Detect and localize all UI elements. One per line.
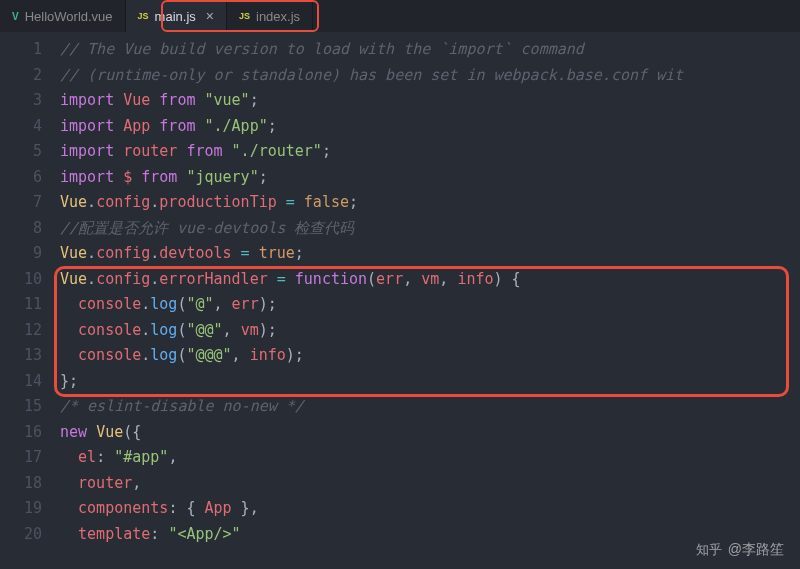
line-number: 14 bbox=[0, 369, 60, 395]
line-number: 3 bbox=[0, 88, 60, 114]
code-line: Vue.config.productionTip = false; bbox=[60, 190, 800, 216]
line-number: 19 bbox=[0, 496, 60, 522]
code-line: template: "<App/>" bbox=[60, 522, 800, 548]
code-line: components: { App }, bbox=[60, 496, 800, 522]
code-line: // (runtime-only or standalone) has been… bbox=[60, 63, 800, 89]
code-line: //配置是否允许 vue-devtools 检查代码 bbox=[60, 216, 800, 242]
line-number: 6 bbox=[0, 165, 60, 191]
watermark-author: @李路笙 bbox=[728, 541, 784, 559]
code-line: // The Vue build version to load with th… bbox=[60, 37, 800, 63]
line-number: 12 bbox=[0, 318, 60, 344]
tab-indexjs[interactable]: JS index.js bbox=[227, 0, 313, 32]
line-number-gutter: 1 2 3 4 5 6 7 8 9 10 11 12 13 14 15 16 1… bbox=[0, 32, 60, 569]
code-line: Vue.config.errorHandler = function(err, … bbox=[60, 267, 800, 293]
tab-label: HelloWorld.vue bbox=[25, 9, 113, 24]
tab-label: index.js bbox=[256, 9, 300, 24]
line-number: 16 bbox=[0, 420, 60, 446]
line-number: 8 bbox=[0, 216, 60, 242]
code-line: new Vue({ bbox=[60, 420, 800, 446]
line-number: 9 bbox=[0, 241, 60, 267]
tab-helloworld[interactable]: V HelloWorld.vue bbox=[0, 0, 126, 32]
code-line: import $ from "jquery"; bbox=[60, 165, 800, 191]
line-number: 2 bbox=[0, 63, 60, 89]
line-number: 5 bbox=[0, 139, 60, 165]
vue-icon: V bbox=[12, 11, 19, 22]
tab-mainjs[interactable]: JS main.js × bbox=[126, 0, 227, 32]
line-number: 4 bbox=[0, 114, 60, 140]
code-line: /* eslint-disable no-new */ bbox=[60, 394, 800, 420]
zhihu-icon: 知乎 bbox=[696, 541, 722, 559]
code-line: import router from "./router"; bbox=[60, 139, 800, 165]
js-icon: JS bbox=[138, 11, 149, 21]
line-number: 1 bbox=[0, 37, 60, 63]
line-number: 10 bbox=[0, 267, 60, 293]
code-area[interactable]: // The Vue build version to load with th… bbox=[60, 32, 800, 569]
code-line: console.log("@@@", info); bbox=[60, 343, 800, 369]
tab-bar: V HelloWorld.vue JS main.js × JS index.j… bbox=[0, 0, 800, 32]
editor: 1 2 3 4 5 6 7 8 9 10 11 12 13 14 15 16 1… bbox=[0, 32, 800, 569]
line-number: 7 bbox=[0, 190, 60, 216]
line-number: 11 bbox=[0, 292, 60, 318]
code-line: el: "#app", bbox=[60, 445, 800, 471]
code-line: }; bbox=[60, 369, 800, 395]
code-line: console.log("@@", vm); bbox=[60, 318, 800, 344]
watermark: 知乎 @李路笙 bbox=[696, 541, 784, 559]
line-number: 15 bbox=[0, 394, 60, 420]
js-icon: JS bbox=[239, 11, 250, 21]
tab-label: main.js bbox=[155, 9, 196, 24]
code-line: import App from "./App"; bbox=[60, 114, 800, 140]
close-icon[interactable]: × bbox=[206, 8, 214, 24]
code-line: router, bbox=[60, 471, 800, 497]
code-line: console.log("@", err); bbox=[60, 292, 800, 318]
code-line: Vue.config.devtools = true; bbox=[60, 241, 800, 267]
code-line: import Vue from "vue"; bbox=[60, 88, 800, 114]
line-number: 18 bbox=[0, 471, 60, 497]
line-number: 17 bbox=[0, 445, 60, 471]
line-number: 13 bbox=[0, 343, 60, 369]
line-number: 20 bbox=[0, 522, 60, 548]
